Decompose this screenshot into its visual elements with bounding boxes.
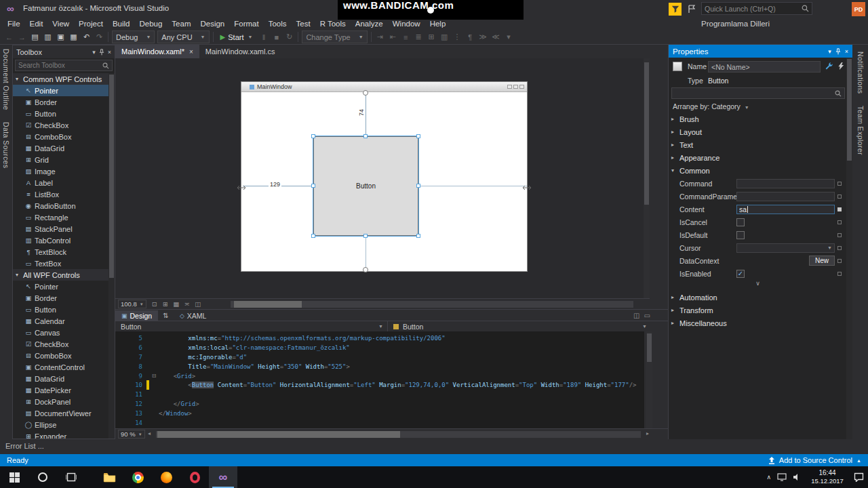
vertical-split-icon[interactable]: ◫ (633, 312, 639, 319)
side-tab-notifications[interactable]: Notifications (856, 52, 865, 94)
toolbox-item-expander[interactable]: ⊞Expander (13, 430, 108, 439)
redo-icon[interactable]: ↷ (93, 30, 106, 43)
step-out-icon[interactable]: ⇤ (387, 30, 399, 43)
resize-handle-e[interactable] (416, 184, 420, 188)
code-horizontal-scrollbar[interactable] (156, 431, 641, 438)
toolbox-item-border[interactable]: ▣Border (13, 96, 108, 108)
source-control-button[interactable]: Add to Source Control ▲ (768, 456, 861, 464)
file-explorer-button[interactable] (95, 466, 123, 488)
properties-section-transform[interactable]: ▸Transform (669, 304, 847, 317)
error-list-label[interactable]: Error List ... (5, 442, 44, 450)
property-value-field[interactable]: sa (736, 205, 835, 214)
toolbox-item-button[interactable]: ▭Button (13, 108, 108, 119)
scrollbar-thumb[interactable] (157, 431, 400, 438)
pin-icon[interactable] (835, 48, 841, 55)
account-name[interactable]: Programlama Dilleri (701, 18, 770, 30)
toolbox-item-pointer[interactable]: ↖Pointer (13, 85, 108, 96)
properties-section-automation[interactable]: ▸Automation (669, 291, 847, 304)
property-value-field[interactable]: ▼ (736, 243, 835, 253)
xaml-code-editor[interactable]: 5 xmlns:mc="http://schemas.openxmlformat… (115, 331, 644, 428)
save-icon[interactable]: ▣ (54, 30, 67, 43)
swap-panes-icon[interactable]: ⇅ (161, 310, 172, 321)
property-marker[interactable] (837, 259, 842, 263)
arrange-by-dropdown[interactable]: Arrange by: Category ▼ (673, 102, 749, 110)
breadcrumb-member-dropdown[interactable]: Button ▼ (388, 321, 651, 332)
change-type-dropdown[interactable]: Change Type ▼ (302, 30, 367, 43)
menu-test[interactable]: Test (292, 18, 315, 30)
visual-studio-button[interactable]: ∞ (209, 466, 237, 488)
zoom-fit-icon[interactable]: ⊡ (149, 300, 160, 308)
toolbox-item-documentviewer[interactable]: ▤DocumentViewer (13, 407, 108, 419)
resize-handle-se[interactable] (416, 234, 420, 238)
toolbox-item-checkbox[interactable]: ☑CheckBox (13, 338, 108, 350)
tab-mainwindow-xaml[interactable]: MainWindow.xaml* × (115, 45, 199, 58)
align-lines-icon[interactable]: ≡ (399, 30, 412, 43)
checkbox[interactable]: ✓ (736, 270, 745, 278)
code-line-9[interactable]: 9⊟ <Grid> (115, 371, 644, 381)
code-line-12[interactable]: 12 </Grid> (115, 399, 644, 409)
code-line-6[interactable]: 6 xmlns:local="clr-namespace:Fatmanur_öz… (115, 343, 644, 352)
pause-icon[interactable]: ‖ (257, 30, 270, 43)
indent-icon[interactable]: ≫ (477, 30, 490, 43)
chrome-button[interactable] (123, 466, 152, 488)
menu-build[interactable]: Build (108, 18, 135, 30)
anchor-arrow-left-icon[interactable] (237, 183, 245, 192)
comment-icon[interactable]: ¶ (464, 30, 477, 43)
undo-icon[interactable]: ↶ (80, 30, 93, 43)
resize-handle-nw[interactable] (311, 134, 315, 138)
start-debug-button[interactable]: ▶ Start ▼ (216, 30, 258, 43)
properties-section-layout[interactable]: ▸Layout (669, 125, 847, 138)
display-tray-icon[interactable] (777, 473, 787, 481)
toolbox-item-listbox[interactable]: ≡ListBox (13, 188, 108, 200)
snap-grid-icon[interactable]: ▦ (171, 300, 182, 308)
menu-file[interactable]: File (3, 18, 25, 30)
columns-icon[interactable]: ▥ (438, 30, 451, 43)
funnel-icon[interactable] (669, 3, 682, 16)
menu-view[interactable]: View (47, 18, 74, 30)
code-line-11[interactable]: 11 (115, 390, 644, 399)
nav-forward-icon[interactable]: → (16, 30, 28, 43)
show-handles-icon[interactable]: ◫ (193, 300, 203, 308)
stop-icon[interactable]: ■ (270, 30, 283, 43)
feedback-flag-icon[interactable] (686, 3, 697, 14)
designer-zoom-dropdown[interactable]: 100.8 ▼ (118, 300, 146, 308)
restart-icon[interactable]: ↻ (283, 30, 296, 43)
toolbox-item-combobox[interactable]: ⊟ComboBox (13, 131, 108, 142)
toolbox-item-datagrid[interactable]: ▦DataGrid (13, 373, 108, 384)
code-zoom-dropdown[interactable]: 90 % ▼ (118, 430, 145, 439)
pin-icon[interactable] (99, 49, 104, 56)
outdent-icon[interactable]: ≪ (490, 30, 502, 43)
task-view-button[interactable] (57, 466, 85, 488)
properties-section-miscellaneous[interactable]: ▸Miscellaneous (669, 317, 847, 329)
toolbox-scrollbar[interactable] (108, 73, 115, 439)
toolbox-item-checkbox[interactable]: ☑CheckBox (13, 119, 108, 131)
menu-design[interactable]: Design (195, 18, 229, 30)
property-value-field[interactable] (736, 179, 835, 188)
designer-horizontal-scrollbar[interactable] (231, 301, 633, 308)
snaplines-icon[interactable]: ≍ (182, 300, 193, 308)
toolbox-item-grid[interactable]: ⊞Grid (13, 154, 108, 165)
toolbox-group-common-wpf-controls[interactable]: ▾Common WPF Controls (13, 73, 108, 85)
property-value-field[interactable] (736, 192, 835, 201)
fold-collapse-icon[interactable]: ⊟ (149, 373, 159, 379)
toolbox-item-textbox[interactable]: ▭TextBox (13, 258, 108, 269)
properties-section-common[interactable]: ▾Common (669, 164, 847, 177)
code-line-5[interactable]: 5 xmlns:mc="http://schemas.openxmlformat… (115, 333, 644, 343)
tab-mainwindow-xaml-cs[interactable]: MainWindow.xaml.cs (199, 45, 281, 58)
toolbox-item-dockpanel[interactable]: ⊞DockPanel (13, 396, 108, 407)
close-icon[interactable]: × (108, 49, 111, 56)
toolbox-item-button[interactable]: ▭Button (13, 304, 108, 315)
menu-format[interactable]: Format (229, 18, 263, 30)
quick-launch-input[interactable] (705, 5, 802, 13)
opera-button[interactable] (180, 466, 209, 488)
code-line-13[interactable]: 13</Window> (115, 409, 644, 418)
toolbox-item-contentcontrol[interactable]: ▣ContentControl (13, 361, 108, 373)
anchor-circle-top-icon[interactable] (363, 90, 368, 96)
tab-xaml[interactable]: ◇ XAML (174, 310, 213, 322)
toolbox-item-border[interactable]: ▣Border (13, 292, 108, 304)
toolbox-item-pointer[interactable]: ↖Pointer (13, 281, 108, 292)
resize-handle-n[interactable] (363, 134, 368, 138)
list-members-icon[interactable]: ⋮ (451, 30, 464, 43)
checkbox[interactable] (736, 218, 745, 226)
side-tab-data-sources[interactable]: Data Sources (2, 122, 10, 168)
